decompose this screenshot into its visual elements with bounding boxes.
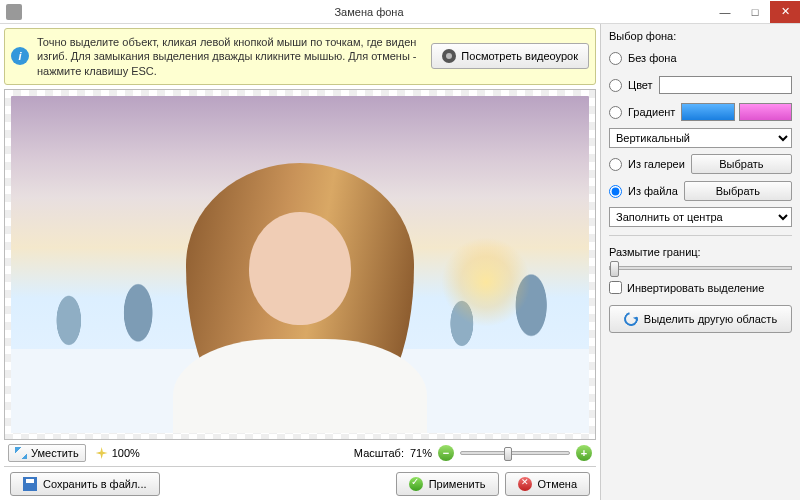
zoom-in-button[interactable]: + <box>576 445 592 461</box>
gradient-color-2[interactable] <box>739 103 792 121</box>
choose-file-button[interactable]: Выбрать <box>684 181 792 201</box>
apply-label: Применить <box>429 478 486 490</box>
scale-label: Масштаб: <box>354 447 404 459</box>
fit-icon <box>15 447 27 459</box>
canvas[interactable] <box>4 89 596 440</box>
window-title: Замена фона <box>28 6 710 18</box>
cancel-label: Отмена <box>538 478 577 490</box>
label-from-file: Из файла <box>628 185 678 197</box>
fill-mode-select[interactable]: Заполнить от центра <box>609 207 792 227</box>
apply-button[interactable]: Применить <box>396 472 499 496</box>
bg-section-title: Выбор фона: <box>609 30 792 42</box>
wand-icon <box>96 447 108 459</box>
save-icon <box>23 477 37 491</box>
invert-label: Инвертировать выделение <box>627 282 764 294</box>
color-swatch[interactable] <box>659 76 792 94</box>
zoom-slider[interactable] <box>460 451 570 455</box>
video-button-label: Посмотреть видеоурок <box>461 50 578 62</box>
reselect-button[interactable]: Выделить другую область <box>609 305 792 333</box>
save-to-file-button[interactable]: Сохранить в файл... <box>10 472 160 496</box>
fit-label: Уместить <box>31 447 79 459</box>
blur-title: Размытие границ: <box>609 246 792 258</box>
zoom-indicator: 100% <box>96 447 140 459</box>
app-icon <box>6 4 22 20</box>
reselect-label: Выделить другую область <box>644 313 777 325</box>
zoom-out-button[interactable]: − <box>438 445 454 461</box>
gradient-color-1[interactable] <box>681 103 734 121</box>
check-icon <box>409 477 423 491</box>
close-button[interactable]: ✕ <box>770 1 800 23</box>
cross-icon <box>518 477 532 491</box>
zoom-value: 100% <box>112 447 140 459</box>
minimize-button[interactable]: — <box>710 1 740 23</box>
hint-bar: i Точно выделите объект, кликая левой кн… <box>4 28 596 85</box>
fit-button[interactable]: Уместить <box>8 444 86 462</box>
radio-from-gallery[interactable] <box>609 158 622 171</box>
camera-icon <box>442 49 456 63</box>
blur-slider[interactable] <box>609 266 792 270</box>
cancel-button[interactable]: Отмена <box>505 472 590 496</box>
label-color: Цвет <box>628 79 653 91</box>
save-label: Сохранить в файл... <box>43 478 147 490</box>
scale-value: 71% <box>410 447 432 459</box>
redo-icon <box>621 309 640 328</box>
radio-color[interactable] <box>609 79 622 92</box>
footer-bar: Сохранить в файл... Применить Отмена <box>4 466 596 500</box>
photo-preview <box>11 96 589 433</box>
radio-from-file[interactable] <box>609 185 622 198</box>
label-no-bg: Без фона <box>628 52 677 64</box>
label-gradient: Градиент <box>628 106 675 118</box>
video-tutorial-button[interactable]: Посмотреть видеоурок <box>431 43 589 69</box>
canvas-toolbar: Уместить 100% Масштаб: 71% − + <box>4 440 596 466</box>
hint-text: Точно выделите объект, кликая левой кноп… <box>37 35 423 78</box>
titlebar: Замена фона — □ ✕ <box>0 0 800 24</box>
maximize-button[interactable]: □ <box>740 1 770 23</box>
info-icon: i <box>11 47 29 65</box>
divider <box>609 235 792 236</box>
choose-gallery-button[interactable]: Выбрать <box>691 154 792 174</box>
side-panel: Выбор фона: Без фона Цвет Градиент Верти… <box>600 24 800 500</box>
invert-checkbox[interactable] <box>609 281 622 294</box>
gradient-direction-select[interactable]: Вертикальный <box>609 128 792 148</box>
radio-no-bg[interactable] <box>609 52 622 65</box>
radio-gradient[interactable] <box>609 106 622 119</box>
label-from-gallery: Из галереи <box>628 158 685 170</box>
